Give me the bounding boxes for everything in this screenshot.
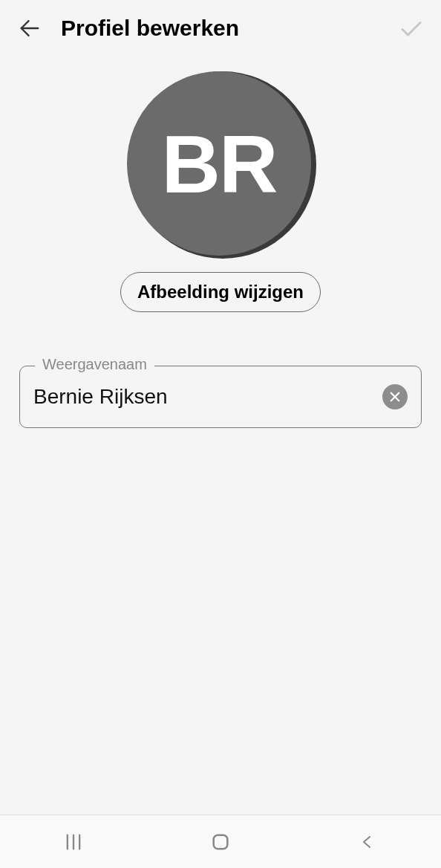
display-name-field-group: Weergavenaam [19,366,422,428]
recents-icon [63,832,84,852]
display-name-label: Weergavenaam [35,356,154,373]
chevron-left-icon [359,833,376,851]
confirm-button[interactable] [396,13,426,43]
avatar-initials: BR [127,71,311,256]
system-nav-bar [0,814,441,868]
home-icon [210,832,231,852]
display-name-frame: Weergavenaam [19,366,422,428]
arrow-left-icon [17,16,42,41]
nav-home-button[interactable] [191,823,250,861]
avatar-section: BR Afbeelding wijzigen [0,71,441,312]
back-button[interactable] [15,13,45,43]
avatar[interactable]: BR [127,71,314,259]
nav-recents-button[interactable] [44,823,103,861]
close-icon [388,390,402,404]
check-icon [398,15,425,42]
page-title: Profiel bewerken [61,16,380,41]
nav-back-button[interactable] [338,823,397,861]
svg-rect-6 [214,835,228,849]
header: Profiel bewerken [0,0,441,56]
change-image-button[interactable]: Afbeelding wijzigen [120,272,321,312]
clear-input-button[interactable] [382,384,408,409]
display-name-input[interactable] [33,385,382,409]
